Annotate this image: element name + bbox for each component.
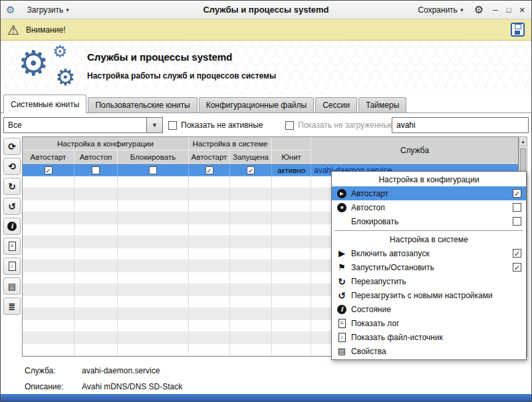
- group-header-system: Настройка в системе: [189, 137, 272, 150]
- tab-bar: Системные юниты Пользовательские юниты К…: [1, 94, 531, 113]
- menu-item-start-stop[interactable]: ⚑ Запустить/Остановить ✓: [332, 260, 526, 274]
- menu-checkbox-autostart[interactable]: ✓: [513, 189, 521, 198]
- status-service-label: Служба:: [25, 366, 56, 375]
- menu-item-label: Блокировать: [351, 217, 509, 226]
- properties-icon: ≣: [9, 302, 16, 311]
- bottom-status-bar: [1, 394, 531, 401]
- flag-icon: ⚑: [338, 263, 346, 272]
- save-button[interactable]: Сохранить ▾: [412, 3, 468, 17]
- show-unloaded-checkbox[interactable]: [285, 121, 294, 130]
- column-header-autostop: Автостоп: [74, 150, 118, 164]
- app-gear-icon: ⚙: [6, 5, 15, 15]
- warning-text: Внимание!: [26, 25, 66, 35]
- menu-item-label: Состояние: [351, 305, 521, 314]
- column-header-block: Блокировать: [118, 150, 189, 164]
- page-subtitle: Настройка работы служб и процессов систе…: [87, 71, 276, 81]
- group-header-config: Настройка в конфигурации: [23, 137, 189, 150]
- row-checkbox-block-conf[interactable]: [149, 166, 157, 174]
- menu-item-reload-config[interactable]: ↺ Перезагрузить с новыми настройками: [332, 288, 526, 302]
- status-button[interactable]: i: [3, 218, 21, 235]
- warning-bar: ⚠ Внимание!: [1, 19, 531, 41]
- minimize-button[interactable]: ─: [489, 3, 502, 17]
- menu-item-properties[interactable]: ▤ Свойства: [332, 344, 526, 358]
- status-description-value: Avahi mDNS/DNS SD-Stack: [82, 382, 182, 391]
- row-checkbox-autostart-conf[interactable]: ✓: [45, 166, 53, 174]
- menu-item-restart[interactable]: ↻ Перезапустить: [332, 274, 526, 288]
- refresh-button[interactable]: ⟳: [3, 138, 21, 155]
- status-service-value: avahi-daemon.service: [82, 366, 160, 375]
- settings-gear-button[interactable]: ⚙: [469, 3, 489, 17]
- journal-button[interactable]: ▤: [3, 278, 21, 295]
- scroll-up-icon[interactable]: ▲: [519, 137, 527, 146]
- page-title: Службы и процессы systemd: [87, 51, 232, 63]
- menu-item-label: Включить автозапуск: [351, 249, 509, 258]
- menu-item-label: Показать файл-источник: [351, 333, 521, 342]
- show-unloaded-checkbox-group: Показать не загруженные: [285, 117, 393, 133]
- tab-user-units[interactable]: Пользовательские юниты: [88, 97, 197, 112]
- menu-header-system: Настройка в системе: [332, 233, 526, 246]
- menu-item-label: Перезагрузить с новыми настройками: [351, 291, 521, 300]
- menu-checkbox-autostop[interactable]: [513, 203, 521, 212]
- reload-config-icon: ↺: [8, 202, 16, 211]
- restart-button[interactable]: ↻: [3, 178, 21, 195]
- gear-logo-icon: ⚙: [55, 66, 75, 89]
- save-button-label: Сохранить: [418, 5, 458, 15]
- tab-config-files[interactable]: Конфигурационные файлы: [199, 97, 314, 112]
- app-window: ⚙ Загрузить ▾ Службы и процессы systemd …: [0, 0, 532, 402]
- chevron-down-icon: ▾: [66, 7, 69, 13]
- menu-item-status[interactable]: i Состояние: [332, 302, 526, 316]
- cell-unit-state: активно: [272, 164, 311, 176]
- close-button[interactable]: ✕: [515, 3, 529, 17]
- save-floppy-icon[interactable]: [511, 23, 525, 37]
- menu-checkbox-enable-autostart[interactable]: ✓: [513, 249, 521, 258]
- header-banner: ⚙ ⚙ ⚙ Службы и процессы systemd Настройк…: [1, 41, 531, 94]
- tab-sessions[interactable]: Сессии: [315, 97, 357, 112]
- show-source-button[interactable]: ♪: [3, 258, 21, 275]
- unit-state-text: активно: [277, 166, 305, 174]
- tab-timers[interactable]: Таймеры: [358, 97, 406, 112]
- menu-item-show-source[interactable]: ♪ Показать файл-источник: [332, 330, 526, 344]
- menu-checkbox-start-stop[interactable]: ✓: [513, 263, 521, 272]
- properties-icon: ▤: [338, 347, 346, 355]
- column-header-unit: Юнит: [272, 150, 311, 164]
- column-header-autostart-conf: Автостарт: [23, 150, 74, 164]
- menu-item-block[interactable]: Блокировать: [332, 214, 526, 228]
- load-button[interactable]: Загрузить ▾: [21, 3, 74, 17]
- search-input[interactable]: [392, 117, 529, 133]
- menu-item-autostop[interactable]: ■ Автостоп: [332, 200, 526, 214]
- restart-unit-button[interactable]: ⟲: [3, 158, 21, 175]
- show-inactive-label: Показать не активные: [181, 120, 263, 130]
- chevron-down-icon: ▾: [460, 7, 464, 13]
- row-checkbox-autostop-conf[interactable]: [92, 166, 100, 174]
- source-file-icon: ♪: [338, 333, 346, 342]
- restart-icon: ↻: [8, 182, 16, 191]
- menu-item-enable-autostart[interactable]: ▶ Включить автозапуск ✓: [332, 246, 526, 260]
- menu-item-label: Запустить/Остановить: [351, 263, 509, 272]
- properties-button[interactable]: ≣: [3, 298, 21, 315]
- row-checkbox-autostart-sys[interactable]: ✓: [205, 166, 213, 174]
- menu-item-label: Перезапустить: [351, 277, 521, 286]
- menu-item-label: Свойства: [351, 347, 521, 356]
- gear-logo-icon: ⚙: [53, 43, 67, 60]
- table-header: Настройка в конфигурации Настройка в сис…: [23, 137, 518, 164]
- combobox-arrow-icon[interactable]: ▼: [146, 118, 162, 132]
- tab-system-units[interactable]: Системные юниты: [3, 95, 86, 113]
- row-checkbox-running-sys[interactable]: ✓: [247, 166, 255, 174]
- menu-item-show-log[interactable]: ≡ Показать лог: [332, 316, 526, 330]
- menu-item-label: Автостарт: [351, 189, 509, 198]
- cell-running-sys: ✓: [230, 164, 272, 176]
- maximize-button[interactable]: □: [502, 3, 515, 17]
- show-log-button[interactable]: ≡: [3, 238, 21, 255]
- show-unloaded-label: Показать не загруженные: [298, 120, 393, 130]
- reload-config-button[interactable]: ↺: [3, 198, 21, 215]
- status-description-label: Описание:: [25, 382, 64, 391]
- info-icon: i: [7, 222, 17, 231]
- unit-filter-combobox[interactable]: Все ▼: [3, 117, 163, 133]
- show-inactive-checkbox[interactable]: [168, 121, 177, 130]
- play-icon: ▶: [338, 249, 345, 258]
- show-inactive-checkbox-group: Показать не активные: [168, 117, 263, 133]
- menu-checkbox-block[interactable]: [513, 217, 521, 226]
- cell-autostart-sys: ✓: [189, 164, 230, 176]
- gear-logo-icon: ⚙: [18, 46, 49, 81]
- menu-item-autostart[interactable]: ▶ Автостарт ✓: [332, 186, 526, 200]
